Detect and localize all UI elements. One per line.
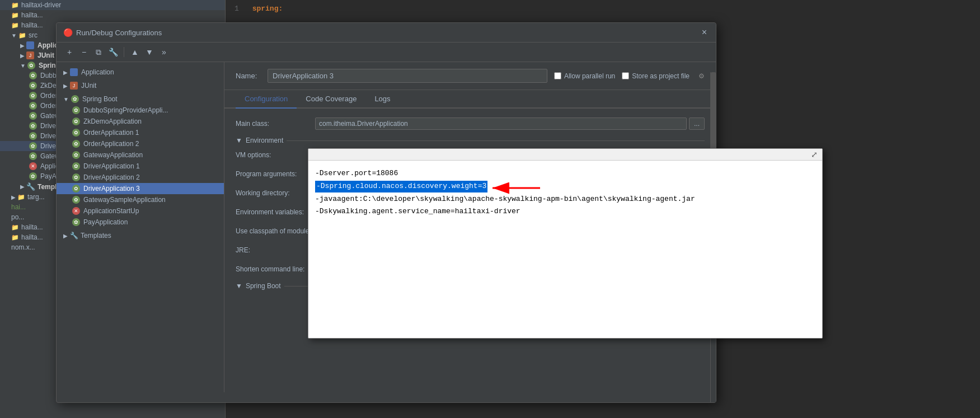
tab-logs[interactable]: Logs — [365, 90, 399, 109]
vm-popup-header: ⤢ — [308, 149, 822, 161]
environment-label: Environment — [246, 137, 283, 144]
spring-item-icon: ✿ — [72, 173, 80, 181]
store-project-text: Store as project file — [632, 72, 690, 80]
settings-gear-icon[interactable]: ⚙ — [698, 72, 705, 80]
env-collapse-icon: ▼ — [236, 137, 242, 144]
folder-icon: 📁 — [11, 224, 19, 231]
spring-icon: ✿ — [29, 82, 37, 90]
junit-section: ▶ J JUnit — [57, 80, 224, 91]
add-config-button[interactable]: + — [63, 46, 76, 58]
collapse-icon: ▼ — [11, 32, 17, 39]
spring-item-icon: ✿ — [72, 118, 80, 125]
spring-item-icon: ✿ — [72, 162, 80, 170]
allow-parallel-text: Allow parallel run — [564, 72, 615, 80]
vm-highlight-arrow — [487, 178, 543, 201]
config-item-gateway-sample[interactable]: ✿ GatewaySampleApplication — [57, 194, 224, 205]
junit-section-icon: J — [70, 82, 78, 90]
application-section-header[interactable]: ▶ Application — [57, 67, 224, 78]
dialog-title-text: Run/Debug Configurations — [76, 29, 162, 37]
spring-item-icon: ✿ — [72, 151, 80, 159]
junit-section-header[interactable]: ▶ J JUnit — [57, 80, 224, 91]
spring-section-icon: ✿ — [71, 95, 79, 103]
store-project-checkbox[interactable] — [622, 72, 629, 79]
move-up-button[interactable]: ▲ — [129, 46, 141, 58]
config-item-gateway[interactable]: ✿ GatewayApplication — [57, 149, 224, 161]
config-item-dubbo[interactable]: ✿ DubboSpringProviderAppli... — [57, 105, 224, 116]
junit-icon: J — [26, 51, 34, 59]
spring-icon: ✿ — [29, 122, 37, 130]
vm-popup-close-button[interactable]: ⤢ — [809, 150, 820, 159]
edit-config-button[interactable]: 🔧 — [107, 46, 119, 58]
wrench-section-icon: 🔧 — [70, 232, 78, 239]
main-class-browse-button[interactable]: ... — [689, 118, 705, 130]
dialog-toolbar: + − ⧉ 🔧 ▲ ▼ » — [57, 43, 716, 62]
allow-parallel-checkbox[interactable] — [554, 72, 561, 79]
main-class-input[interactable] — [315, 118, 687, 130]
shorten-cmd-label: Shorten command line: — [236, 263, 308, 273]
vm-line-4: -Dskywalking.agent.service_name=hailtaxi… — [315, 205, 815, 218]
copy-config-button[interactable]: ⧉ — [92, 46, 105, 58]
templates-label: Templates — [81, 232, 111, 239]
store-project-label[interactable]: Store as project file — [622, 72, 690, 80]
vm-popup-content[interactable]: -Dserver.port=18086 -Dspring.cloud.nacos… — [308, 161, 822, 225]
config-item-label: GatewayApplication — [83, 151, 143, 159]
folder-icon: 📁 — [11, 234, 19, 241]
application-section: ▶ Application — [57, 67, 224, 78]
spring-item-icon: ✿ — [72, 218, 80, 226]
config-item-order1[interactable]: ✿ OrderApplication 1 — [57, 127, 224, 138]
spring-icon: ✿ — [29, 132, 37, 140]
tree-item-hailtaxi-2[interactable]: 📁 hailta... — [0, 10, 225, 20]
more-button[interactable]: » — [158, 46, 170, 58]
error-icon: ✕ — [29, 162, 37, 170]
spring-boot-section-header[interactable]: ▼ ✿ Spring Boot — [57, 93, 224, 105]
vm-line-1: -Dserver.port=18086 — [315, 167, 815, 180]
junit-label: JUnit — [81, 82, 96, 90]
folder-icon: 📁 — [11, 2, 19, 9]
toolbar-separator — [124, 47, 124, 57]
move-down-button[interactable]: ▼ — [143, 46, 156, 58]
main-class-label: Main class: — [236, 118, 308, 128]
tree-label: JUnit — [37, 51, 54, 59]
tab-configuration[interactable]: Configuration — [236, 90, 297, 109]
expand-icon: ▶ — [20, 53, 25, 59]
spring-boot-label: Spring Boot — [82, 95, 118, 103]
vm-options-popup: ⤢ -Dserver.port=18086 -Dspring.cloud.nac… — [308, 148, 823, 339]
app-icon — [26, 41, 34, 49]
close-button[interactable]: × — [700, 27, 709, 37]
application-label: Application — [81, 68, 114, 76]
expand-icon: ▶ — [20, 184, 25, 190]
line-number: 1 — [235, 4, 239, 13]
allow-parallel-label[interactable]: Allow parallel run — [554, 72, 615, 80]
config-item-label: ApplicationStartUp — [83, 207, 139, 215]
templates-section: ▶ 🔧 Templates — [57, 230, 224, 241]
config-item-label: DriverApplication 3 — [83, 185, 140, 192]
config-item-driver3[interactable]: ✿ DriverApplication 3 — [57, 183, 224, 194]
tree-label: hailta... — [21, 11, 43, 19]
templates-section-header[interactable]: ▶ 🔧 Templates — [57, 230, 224, 241]
jre-label: JRE: — [236, 244, 308, 254]
folder-icon: 📁 — [11, 12, 19, 19]
remove-config-button[interactable]: − — [78, 46, 90, 58]
spring-boot-collapse-icon: ▼ — [236, 282, 242, 290]
tab-code-coverage[interactable]: Code Coverage — [297, 90, 365, 109]
spring-icon: ✿ — [27, 62, 35, 69]
config-item-zkdemo[interactable]: ✿ ZkDemoApplication — [57, 116, 224, 127]
environment-header[interactable]: ▼ Environment — [236, 137, 705, 144]
config-item-driver1[interactable]: ✿ DriverApplication 1 — [57, 161, 224, 172]
spring-item-icon: ✿ — [72, 196, 80, 204]
tree-item-hailtaxi-driver[interactable]: 📁 hailtaxi-driver — [0, 0, 225, 10]
config-item-order2[interactable]: ✿ OrderApplication 2 — [57, 138, 224, 149]
config-item-pay[interactable]: ✿ PayApplication — [57, 217, 224, 228]
config-item-label: DriverApplication 1 — [83, 162, 140, 170]
name-input[interactable] — [268, 69, 547, 83]
spring-icon: ✿ — [29, 152, 37, 160]
arrow-svg — [487, 180, 543, 196]
config-item-appstartup[interactable]: ✕ ApplicationStartUp — [57, 205, 224, 217]
error-item-icon: ✕ — [72, 207, 80, 215]
main-class-row: Main class: ... — [236, 118, 705, 130]
config-item-driver2[interactable]: ✿ DriverApplication 2 — [57, 172, 224, 183]
tree-label: nom.x... — [11, 243, 35, 251]
spring-boot-section-label: Spring Boot — [246, 282, 281, 290]
tree-label: hai... — [11, 203, 26, 211]
program-args-label: Program arguments: — [236, 168, 308, 178]
